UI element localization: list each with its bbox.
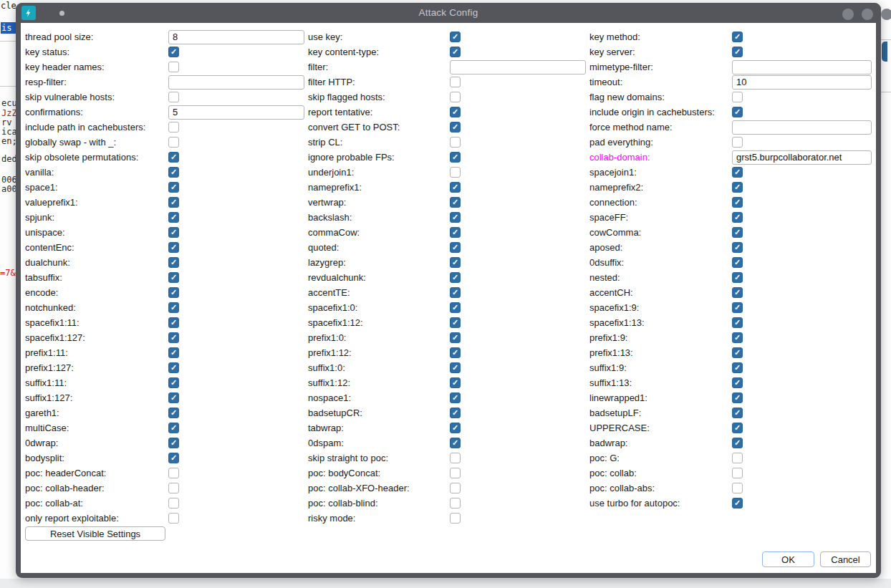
checkbox-poc-headerconcat[interactable] bbox=[168, 468, 179, 478]
checkbox-suffix1-12[interactable]: ✓ bbox=[450, 377, 461, 388]
checkbox-spacefix1-13[interactable]: ✓ bbox=[732, 317, 743, 328]
checkbox-backslash[interactable]: ✓ bbox=[450, 212, 461, 223]
input-resp-filter[interactable] bbox=[168, 75, 304, 90]
checkbox-suffix1-9[interactable]: ✓ bbox=[732, 362, 743, 373]
checkbox-accentte[interactable]: ✓ bbox=[450, 287, 461, 298]
checkbox-0dwrap[interactable]: ✓ bbox=[168, 438, 179, 448]
checkbox-risky-mode[interactable] bbox=[450, 513, 461, 524]
checkbox-tabsuffix[interactable]: ✓ bbox=[168, 272, 179, 283]
checkbox-spacefix1-12[interactable]: ✓ bbox=[450, 317, 461, 328]
input-confirmations[interactable] bbox=[168, 105, 304, 120]
checkbox-suffix1-127[interactable]: ✓ bbox=[168, 392, 179, 403]
checkbox-include-path-in-cachebusters[interactable] bbox=[168, 122, 179, 132]
checkbox-strip-cl[interactable] bbox=[450, 137, 461, 148]
checkbox-poc-collab[interactable] bbox=[732, 468, 743, 478]
checkbox-uppercase[interactable]: ✓ bbox=[732, 423, 743, 433]
checkbox-multicase[interactable]: ✓ bbox=[168, 423, 179, 433]
input-filter[interactable] bbox=[450, 60, 586, 74]
checkbox-prefix1-11[interactable]: ✓ bbox=[168, 347, 179, 358]
checkbox-suffix1-11[interactable]: ✓ bbox=[168, 377, 179, 388]
checkbox-spacejoin1[interactable]: ✓ bbox=[732, 167, 743, 178]
checkbox-pad-everything[interactable] bbox=[732, 137, 743, 148]
minimize-button[interactable] bbox=[842, 9, 854, 20]
checkbox-key-header-names[interactable] bbox=[168, 62, 179, 72]
checkbox-gareth1[interactable]: ✓ bbox=[168, 408, 179, 418]
checkbox-key-server[interactable]: ✓ bbox=[732, 47, 743, 57]
checkbox-notchunked[interactable]: ✓ bbox=[168, 302, 179, 313]
checkbox-accentch[interactable]: ✓ bbox=[732, 287, 743, 298]
checkbox-badwrap[interactable]: ✓ bbox=[732, 438, 743, 448]
checkbox-poc-collab-blind[interactable] bbox=[450, 498, 461, 509]
checkbox-ignore-probable-fps[interactable]: ✓ bbox=[450, 152, 461, 163]
checkbox-spacefix1-127[interactable]: ✓ bbox=[168, 332, 179, 343]
checkbox-dualchunk[interactable]: ✓ bbox=[168, 257, 179, 268]
checkbox-aposed[interactable]: ✓ bbox=[732, 242, 743, 253]
cancel-button[interactable]: Cancel bbox=[820, 551, 871, 567]
checkbox-tabwrap[interactable]: ✓ bbox=[450, 423, 461, 433]
checkbox-revdualchunk[interactable]: ✓ bbox=[450, 272, 461, 283]
checkbox-prefix1-9[interactable]: ✓ bbox=[732, 332, 743, 343]
checkbox-key-content-type[interactable]: ✓ bbox=[450, 47, 461, 57]
checkbox-only-report-exploitable[interactable] bbox=[168, 513, 179, 524]
checkbox-badsetuplf[interactable]: ✓ bbox=[732, 408, 743, 418]
checkbox-poc-bodyconcat[interactable] bbox=[450, 468, 461, 478]
checkbox-convert-get-to-post[interactable]: ✓ bbox=[450, 122, 461, 132]
checkbox-cowcomma[interactable]: ✓ bbox=[732, 227, 743, 238]
checkbox-poc-collab-header[interactable] bbox=[168, 483, 179, 493]
checkbox-connection[interactable]: ✓ bbox=[732, 197, 743, 208]
checkbox-skip-obsolete-permutations[interactable]: ✓ bbox=[168, 152, 179, 163]
checkbox-nested[interactable]: ✓ bbox=[732, 272, 743, 283]
dialog-titlebar[interactable]: Attack Config bbox=[16, 3, 881, 23]
checkbox-poc-collab-at[interactable] bbox=[168, 498, 179, 509]
checkbox-nameprefix2[interactable]: ✓ bbox=[732, 182, 743, 193]
checkbox-valueprefix1[interactable]: ✓ bbox=[168, 197, 179, 208]
close-button[interactable] bbox=[881, 9, 891, 20]
checkbox-key-method[interactable]: ✓ bbox=[732, 32, 743, 42]
input-thread-pool-size[interactable] bbox=[168, 30, 304, 44]
checkbox-vanilla[interactable]: ✓ bbox=[168, 167, 179, 178]
checkbox-prefix1-0[interactable]: ✓ bbox=[450, 332, 461, 343]
checkbox-suffix1-0[interactable]: ✓ bbox=[450, 362, 461, 373]
checkbox-skip-vulnerable-hosts[interactable] bbox=[168, 92, 179, 102]
checkbox-use-turbo-for-autopoc[interactable]: ✓ bbox=[732, 498, 743, 509]
checkbox-spaceff[interactable]: ✓ bbox=[732, 212, 743, 223]
checkbox-include-origin-in-cachebusters[interactable]: ✓ bbox=[732, 107, 743, 117]
checkbox-nospace1[interactable]: ✓ bbox=[450, 392, 461, 403]
checkbox-poc-collab-abs[interactable] bbox=[732, 483, 743, 493]
input-force-method-name[interactable] bbox=[732, 120, 872, 135]
checkbox-spacefix1-11[interactable]: ✓ bbox=[168, 317, 179, 328]
checkbox-unispace[interactable]: ✓ bbox=[168, 227, 179, 238]
ok-button[interactable]: OK bbox=[762, 551, 814, 567]
checkbox-prefix1-127[interactable]: ✓ bbox=[168, 362, 179, 373]
checkbox-report-tentative[interactable]: ✓ bbox=[450, 107, 461, 117]
checkbox-prefix1-12[interactable]: ✓ bbox=[450, 347, 461, 358]
checkbox-filter-http[interactable] bbox=[450, 77, 461, 87]
checkbox-0dsuffix[interactable]: ✓ bbox=[732, 257, 743, 268]
checkbox-poc-collab-xfo-header[interactable] bbox=[450, 483, 461, 493]
checkbox-badsetupcr[interactable]: ✓ bbox=[450, 408, 461, 418]
input-timeout[interactable] bbox=[732, 75, 872, 90]
checkbox-globally-swap-with[interactable] bbox=[168, 137, 179, 148]
checkbox-spacefix1-0[interactable]: ✓ bbox=[450, 302, 461, 313]
checkbox-underjoin1[interactable] bbox=[450, 167, 461, 178]
checkbox-spjunk[interactable]: ✓ bbox=[168, 212, 179, 223]
checkbox-nameprefix1[interactable]: ✓ bbox=[450, 182, 461, 193]
checkbox-quoted[interactable]: ✓ bbox=[450, 242, 461, 253]
checkbox-skip-flagged-hosts[interactable] bbox=[450, 92, 461, 102]
checkbox-skip-straight-to-poc[interactable] bbox=[450, 453, 461, 463]
checkbox-flag-new-domains[interactable] bbox=[732, 92, 743, 102]
checkbox-poc-g[interactable] bbox=[732, 453, 743, 463]
checkbox-lazygrep[interactable]: ✓ bbox=[450, 257, 461, 268]
checkbox-vertwrap[interactable]: ✓ bbox=[450, 197, 461, 208]
checkbox-0dspam[interactable]: ✓ bbox=[450, 438, 461, 448]
checkbox-contentenc[interactable]: ✓ bbox=[168, 242, 179, 253]
input-mimetype-filter[interactable] bbox=[732, 60, 872, 74]
checkbox-key-status[interactable]: ✓ bbox=[168, 47, 179, 57]
checkbox-suffix1-13[interactable]: ✓ bbox=[732, 377, 743, 388]
maximize-button[interactable] bbox=[862, 9, 873, 20]
checkbox-encode[interactable]: ✓ bbox=[168, 287, 179, 298]
background-scrollbar-thumb[interactable] bbox=[882, 42, 887, 62]
reset-visible-settings-button[interactable]: Reset Visible Settings bbox=[25, 526, 165, 541]
checkbox-prefix1-13[interactable]: ✓ bbox=[732, 347, 743, 358]
checkbox-bodysplit[interactable]: ✓ bbox=[168, 453, 179, 463]
